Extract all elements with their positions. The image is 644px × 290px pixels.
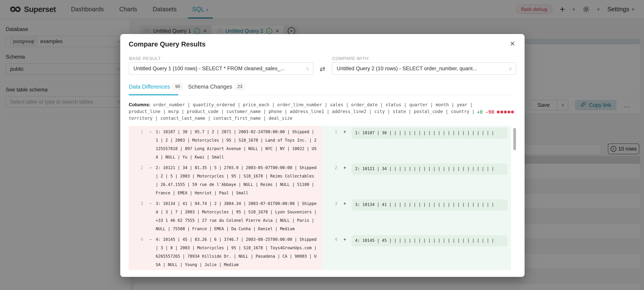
added-line-text: 4: 10145 | 45 | | | | | | | | | | | | | … — [355, 238, 494, 243]
diffstat-square — [497, 111, 500, 113]
added-marker: + — [342, 235, 348, 270]
added-line-text: 3: 10134 | 41 | | | | | | | | | | | | | … — [355, 202, 494, 207]
diffstat-square — [511, 111, 514, 113]
added-marker: + — [342, 128, 348, 162]
removed-marker: - — [148, 128, 154, 162]
removed-line-text: 2: 10121 | 34 | 81.35 | 5 | 2765.9 | 200… — [156, 163, 317, 198]
diff-row-right: 3 + 3: 10134 | 41 | | | | | | | | | | | … — [322, 198, 511, 234]
tab-data-differences[interactable]: Data Differences 90 — [129, 83, 182, 90]
removed-marker: - — [148, 199, 154, 234]
schema-count-badge: 23 — [235, 83, 245, 90]
diff-count-badge: 90 — [173, 83, 182, 90]
columns-label: Columns: — [129, 102, 150, 107]
line-number: 4 — [322, 235, 337, 270]
removed-marker: - — [148, 235, 154, 270]
diff-row-right: 1 + 1: 10107 | 30 | | | | | | | | | | | … — [322, 126, 511, 162]
compare-with-label: COMPARE WITH — [332, 56, 368, 61]
line-number: 3 — [322, 199, 337, 234]
chevron-down-icon: ∨ — [306, 66, 310, 71]
line-number: 1 — [129, 128, 143, 162]
removed-line-text: 3: 10134 | 41 | 94.74 | 2 | 3884.34 | 20… — [156, 199, 317, 234]
added-highlight-box: 2: 10121 | 34 | | | | | | | | | | | | | … — [352, 163, 508, 175]
added-marker: + — [342, 199, 348, 234]
tabs-divider — [129, 95, 516, 95]
modal-title: Compare Query Results — [129, 40, 206, 48]
added-highlight-box: 4: 10145 | 45 | | | | | | | | | | | | | … — [352, 235, 508, 246]
added-highlight-box: 3: 10134 | 41 | | | | | | | | | | | | | … — [352, 199, 508, 210]
compare-with-select[interactable]: Untitled Query 2 (10 rows) - SELECT orde… — [332, 62, 516, 75]
columns-header: Columns: order_number | quantity_ordered… — [129, 101, 476, 122]
chevron-down-icon: ∨ — [509, 66, 512, 71]
removed-count: -90 — [486, 109, 494, 115]
diffstat-squares — [497, 111, 514, 113]
diff-row-left: 4 - 4: 10145 | 45 | 83.26 | 6 | 3746.7 |… — [129, 234, 322, 270]
diff-pane-compare: 1 + 1: 10107 | 30 | | | | | | | | | | | … — [322, 126, 511, 270]
diff-row-left: 1 - 1: 10107 | 30 | 95.7 | 2 | 2871 | 20… — [129, 126, 322, 162]
tab-schema-changes[interactable]: Schema Changes 23 — [188, 83, 245, 90]
diffstat-square — [500, 111, 503, 113]
line-number: 4 — [129, 235, 143, 270]
line-number: 1 — [322, 128, 337, 162]
line-number: 2 — [322, 163, 337, 198]
diff-scrollbar[interactable] — [513, 126, 516, 270]
diffstat-square — [504, 111, 507, 113]
removed-line-text: 1: 10107 | 30 | 95.7 | 2 | 2871 | 2003-0… — [156, 128, 317, 162]
compare-query-results-modal: Compare Query Results ✕ BASE RESULT Unti… — [120, 34, 524, 277]
swap-queries-icon[interactable]: ⇄ — [320, 65, 325, 73]
diff-row-left: 3 - 3: 10134 | 41 | 94.74 | 2 | 3884.34 … — [129, 198, 322, 234]
scrollbar-thumb[interactable] — [513, 128, 516, 150]
added-count: +0 — [477, 109, 483, 115]
diff-row-right: 4 + 4: 10145 | 45 | | | | | | | | | | | … — [322, 234, 511, 270]
diffstat: +0 -90 — [477, 109, 514, 115]
close-icon[interactable]: ✕ — [510, 40, 515, 47]
removed-marker: - — [148, 163, 154, 198]
removed-line-text: 4: 10145 | 45 | 83.26 | 6 | 3746.7 | 200… — [156, 235, 317, 270]
diff-viewer: 1 - 1: 10107 | 30 | 95.7 | 2 | 2871 | 20… — [129, 126, 515, 270]
line-number: 2 — [129, 163, 143, 198]
base-result-select[interactable]: Untitled Query 1 (100 rows) - SELECT * F… — [129, 62, 314, 75]
superset-sql-lab-page: Superset Dashboards Charts Datasets SQL … — [0, 0, 644, 290]
added-highlight-box: 1: 10107 | 30 | | | | | | | | | | | | | … — [352, 128, 508, 139]
diff-pane-base: 1 - 1: 10107 | 30 | 95.7 | 2 | 2871 | 20… — [129, 126, 322, 270]
active-tab-indicator — [129, 94, 178, 95]
added-marker: + — [342, 163, 348, 198]
diffstat-square — [508, 111, 510, 113]
added-line-text: 1: 10107 | 30 | | | | | | | | | | | | | … — [355, 131, 494, 135]
diff-row-right-partial — [322, 270, 511, 270]
diff-row-left: 2 - 2: 10121 | 34 | 81.35 | 5 | 2765.9 |… — [129, 162, 322, 198]
diff-row-right: 2 + 2: 10121 | 34 | | | | | | | | | | | … — [322, 162, 511, 198]
base-result-label: BASE RESULT — [129, 56, 161, 61]
line-number: 3 — [129, 199, 143, 234]
columns-list: order_number | quantity_ordered | price_… — [129, 102, 475, 121]
added-line-text: 2: 10121 | 34 | | | | | | | | | | | | | … — [355, 166, 494, 171]
